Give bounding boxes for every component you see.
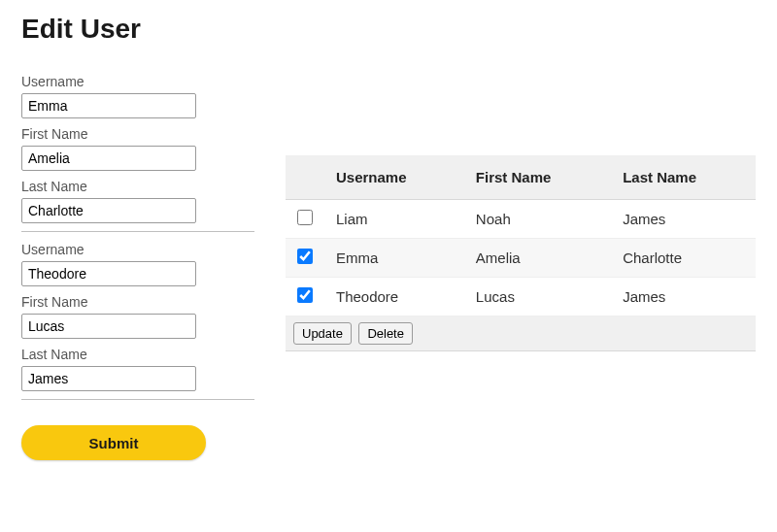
row-checkbox[interactable] [297,249,313,264]
cell-last-name: James [611,200,756,239]
header-last-name: Last Name [611,155,756,200]
update-button[interactable]: Update [293,322,352,345]
submit-button[interactable]: Submit [21,425,206,460]
edit-group-1: Username First Name Last Name [21,242,254,400]
first-name-label: First Name [21,126,254,142]
last-name-label: Last Name [21,179,254,194]
delete-button[interactable]: Delete [358,322,413,345]
cell-first-name: Lucas [464,278,611,316]
row-checkbox[interactable] [297,210,313,225]
group-divider [21,231,254,232]
cell-username: Theodore [324,278,464,316]
first-name-label: First Name [21,294,254,310]
edit-user-form: Username First Name Last Name Username F… [21,66,254,460]
cell-first-name: Amelia [464,239,611,278]
username-input[interactable] [21,261,196,286]
group-divider [21,399,254,400]
first-name-input[interactable] [21,146,196,171]
first-name-input[interactable] [21,314,196,339]
cell-last-name: Charlotte [611,239,756,278]
username-input[interactable] [21,93,196,118]
username-label: Username [21,74,254,89]
table-header-row: Username First Name Last Name [286,155,756,200]
cell-first-name: Noah [464,200,611,239]
row-checkbox[interactable] [297,287,313,303]
last-name-input[interactable] [21,366,196,391]
table-row: Theodore Lucas James [286,278,756,316]
user-table: Username First Name Last Name Liam Noah … [286,155,756,316]
edit-group-0: Username First Name Last Name [21,74,254,232]
table-row: Emma Amelia Charlotte [286,239,756,278]
user-table-panel: Username First Name Last Name Liam Noah … [286,66,756,351]
last-name-label: Last Name [21,347,254,362]
header-checkbox-col [286,155,324,200]
cell-username: Emma [324,239,464,278]
page-title: Edit User [21,14,756,45]
username-label: Username [21,242,254,257]
table-action-bar: Update Delete [286,316,756,351]
cell-last-name: James [611,278,756,316]
header-first-name: First Name [464,155,611,200]
cell-username: Liam [324,200,464,239]
table-row: Liam Noah James [286,200,756,239]
header-username: Username [324,155,464,200]
last-name-input[interactable] [21,198,196,223]
